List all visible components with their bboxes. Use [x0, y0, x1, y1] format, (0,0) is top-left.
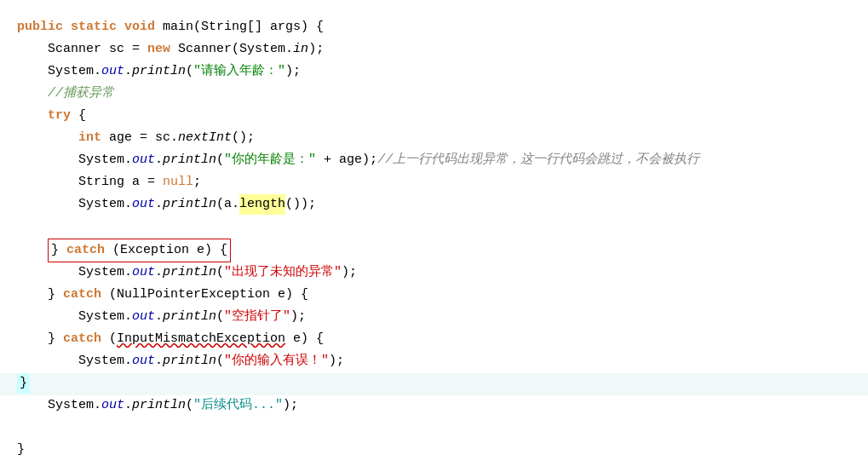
code-line-2: Scanner sc = new Scanner(System.in);	[0, 39, 868, 61]
code-line-5: try {	[0, 106, 868, 128]
code-line-20: }	[0, 440, 868, 462]
code-line-14: System.out.println("空指针了");	[0, 307, 868, 329]
keyword-static: static	[71, 17, 117, 37]
code-line-18: System.out.println("后续代码...");	[0, 395, 868, 417]
code-line-17: }	[0, 373, 868, 395]
code-line-13: } catch (NullPointerException e) {	[0, 285, 868, 307]
code-line-7: System.out.println("你的年龄是：" + age);//上一行…	[0, 150, 868, 172]
code-line-4: //捕获异常	[0, 83, 868, 106]
code-line-8: String a = null;	[0, 172, 868, 194]
code-line-16: System.out.println("你的输入有误！");	[0, 351, 868, 373]
keyword-void: void	[124, 17, 155, 37]
code-line-11: } catch (Exception e) {	[0, 239, 868, 262]
code-line-3: System.out.println("请输入年龄：");	[0, 61, 868, 83]
keyword-public: public	[17, 17, 63, 37]
code-line-1: public static void main(String[] args) {	[0, 17, 868, 39]
code-line-10	[0, 216, 868, 239]
code-line-9: System.out.println(a.length());	[0, 194, 868, 216]
code-container: public static void main(String[] args) {…	[0, 9, 868, 472]
code-line-19	[0, 417, 868, 440]
code-line-15: } catch (InputMismatchException e) {	[0, 329, 868, 351]
code-line-6: int age = sc.nextInt();	[0, 128, 868, 150]
code-line-12: System.out.println("出现了未知的异常");	[0, 262, 868, 285]
